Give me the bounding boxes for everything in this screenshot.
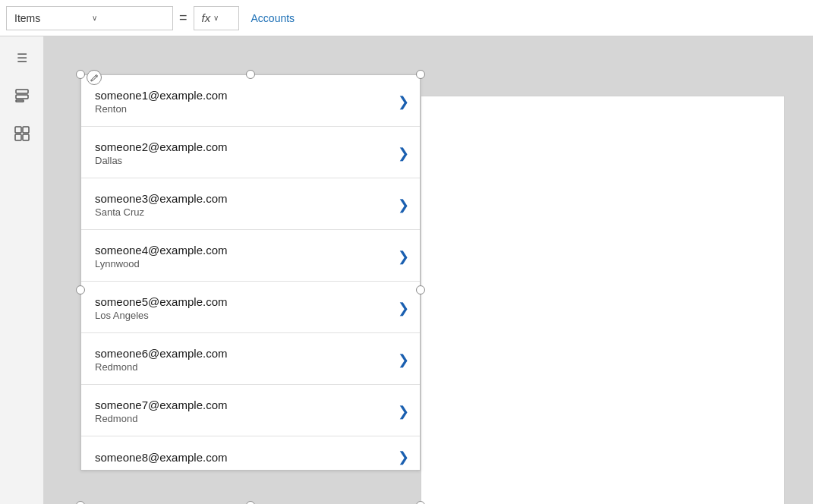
handle-top-center[interactable] <box>246 70 255 79</box>
list-item-email: someone3@example.com <box>95 192 227 205</box>
main-area: ☰ <box>0 36 813 504</box>
equals-symbol: = <box>173 10 194 26</box>
list-item-city: Santa Cruz <box>95 206 227 218</box>
handle-bottom-center[interactable] <box>246 501 255 504</box>
svg-rect-1 <box>16 95 28 99</box>
list-item-email: someone4@example.com <box>95 244 227 257</box>
handle-top-left[interactable] <box>76 70 85 79</box>
list-item-chevron-icon: ❯ <box>398 449 409 465</box>
svg-rect-6 <box>23 134 29 140</box>
list-item[interactable]: someone5@example.comLos Angeles❯ <box>81 282 420 333</box>
list-item-city: Lynnwood <box>95 258 227 269</box>
list-item-content: someone7@example.comRedmond <box>95 398 227 424</box>
svg-rect-0 <box>16 90 28 93</box>
canvas-area: someone1@example.comRenton❯someone2@exam… <box>44 36 813 504</box>
list-item-city: Los Angeles <box>95 310 227 321</box>
list-item-email: someone5@example.com <box>95 295 227 308</box>
list-item-content: someone8@example.com <box>95 451 227 464</box>
list-widget: someone1@example.comRenton❯someone2@exam… <box>80 74 421 471</box>
fx-chevron: ∨ <box>213 14 219 22</box>
handle-middle-left[interactable] <box>76 285 85 295</box>
list-item-chevron-icon: ❯ <box>398 197 409 213</box>
svg-rect-2 <box>16 100 24 102</box>
list-item-email: someone7@example.com <box>95 398 227 411</box>
list-item-city: Redmond <box>95 361 227 373</box>
list-item[interactable]: someone7@example.comRedmond❯ <box>81 385 420 436</box>
layers-icon[interactable] <box>11 85 33 106</box>
list-item-content: someone3@example.comSanta Cruz <box>95 192 227 218</box>
components-icon[interactable] <box>11 123 33 144</box>
list-item-email: someone6@example.com <box>95 347 227 360</box>
list-item-content: someone4@example.comLynnwood <box>95 244 227 269</box>
list-item[interactable]: someone1@example.comRenton❯ <box>81 75 420 127</box>
handle-top-right[interactable] <box>416 70 425 79</box>
list-item[interactable]: someone2@example.comDallas❯ <box>81 127 420 178</box>
list-item-chevron-icon: ❯ <box>398 351 409 368</box>
fx-label: fx <box>202 11 211 24</box>
svg-rect-3 <box>15 127 21 133</box>
svg-rect-4 <box>23 127 29 133</box>
list-item-content: someone2@example.comDallas <box>95 140 227 166</box>
list-item[interactable]: someone6@example.comRedmond❯ <box>81 333 420 385</box>
menu-icon[interactable]: ☰ <box>11 47 33 68</box>
items-dropdown-label: Items <box>14 12 87 24</box>
svg-rect-5 <box>15 134 21 140</box>
list-item-email: someone8@example.com <box>95 451 227 464</box>
accounts-link[interactable]: Accounts <box>239 12 307 24</box>
list-item-content: someone1@example.comRenton <box>95 89 227 115</box>
sidebar: ☰ <box>0 36 44 504</box>
list-item-content: someone6@example.comRedmond <box>95 347 227 373</box>
list-item[interactable]: someone4@example.comLynnwood❯ <box>81 230 420 282</box>
list-item-chevron-icon: ❯ <box>398 300 409 317</box>
handle-bottom-left[interactable] <box>76 501 85 504</box>
widget-wrapper: someone1@example.comRenton❯someone2@exam… <box>80 74 785 504</box>
list-item[interactable]: someone3@example.comSanta Cruz❯ <box>81 178 420 230</box>
list-item-chevron-icon: ❯ <box>398 93 409 110</box>
list-item-partial[interactable]: someone8@example.com❯ <box>81 436 420 470</box>
list-item-city: Redmond <box>95 413 227 424</box>
items-dropdown-chevron: ∨ <box>92 14 165 22</box>
handle-middle-right[interactable] <box>416 285 425 295</box>
list-item-city: Renton <box>95 103 227 115</box>
right-panel <box>421 96 785 504</box>
list-item-chevron-icon: ❯ <box>398 248 409 265</box>
list-item-city: Dallas <box>95 155 227 166</box>
list-widget-container: someone1@example.comRenton❯someone2@exam… <box>80 74 421 504</box>
list-item-chevron-icon: ❯ <box>398 145 409 162</box>
list-item-content: someone5@example.comLos Angeles <box>95 295 227 321</box>
list-item-chevron-icon: ❯ <box>398 403 409 420</box>
toolbar: Items ∨ = fx ∨ Accounts <box>0 0 813 36</box>
fx-button[interactable]: fx ∨ <box>194 6 239 30</box>
list-item-email: someone2@example.com <box>95 140 227 153</box>
list-item-email: someone1@example.com <box>95 89 227 102</box>
items-dropdown[interactable]: Items ∨ <box>6 6 173 30</box>
edit-icon-badge <box>87 70 102 85</box>
